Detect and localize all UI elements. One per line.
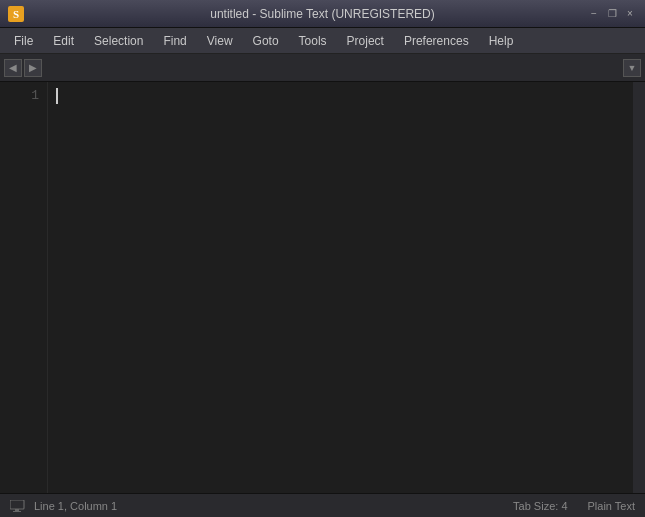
menu-selection[interactable]: Selection: [84, 31, 153, 51]
tab-nav-prev[interactable]: ◀: [4, 59, 22, 77]
menu-file[interactable]: File: [4, 31, 43, 51]
syntax-mode: Plain Text: [588, 500, 636, 512]
line-numbers: 1: [0, 82, 48, 493]
window-controls: − ❐ ×: [587, 7, 637, 21]
menu-edit[interactable]: Edit: [43, 31, 84, 51]
svg-text:S: S: [13, 8, 19, 20]
title-bar-left: S: [8, 6, 24, 22]
status-left: Line 1, Column 1: [10, 500, 117, 512]
editor-cursor-line: [56, 86, 625, 106]
monitor-icon: [10, 500, 26, 512]
menu-bar: File Edit Selection Find View Goto Tools…: [0, 28, 645, 54]
status-bar: Line 1, Column 1 Tab Size: 4 Plain Text: [0, 493, 645, 517]
tab-nav-controls: ◀ ▶: [4, 59, 42, 77]
menu-project[interactable]: Project: [337, 31, 394, 51]
menu-find[interactable]: Find: [153, 31, 196, 51]
minimize-button[interactable]: −: [587, 7, 601, 21]
close-button[interactable]: ×: [623, 7, 637, 21]
status-icon: [10, 500, 26, 512]
line-number-1: 1: [0, 86, 39, 106]
scrollbar-track[interactable]: [633, 82, 645, 493]
tab-nav-next[interactable]: ▶: [24, 59, 42, 77]
window-title: untitled - Sublime Text (UNREGISTERED): [210, 7, 435, 21]
menu-tools[interactable]: Tools: [289, 31, 337, 51]
svg-rect-3: [15, 509, 19, 511]
editor-container: 1: [0, 82, 645, 493]
status-right: Tab Size: 4 Plain Text: [513, 500, 635, 512]
menu-help[interactable]: Help: [479, 31, 524, 51]
menu-preferences[interactable]: Preferences: [394, 31, 479, 51]
app-icon: S: [8, 6, 24, 22]
text-cursor: [56, 88, 58, 104]
cursor-position: Line 1, Column 1: [34, 500, 117, 512]
editor-content[interactable]: [48, 82, 633, 493]
title-bar: S untitled - Sublime Text (UNREGISTERED)…: [0, 0, 645, 28]
tab-size: Tab Size: 4: [513, 500, 567, 512]
menu-view[interactable]: View: [197, 31, 243, 51]
menu-goto[interactable]: Goto: [243, 31, 289, 51]
svg-rect-2: [10, 500, 24, 509]
svg-rect-4: [13, 511, 21, 512]
tab-dropdown[interactable]: ▼: [623, 59, 641, 77]
restore-button[interactable]: ❐: [605, 7, 619, 21]
tab-bar: ◀ ▶ ▼: [0, 54, 645, 82]
